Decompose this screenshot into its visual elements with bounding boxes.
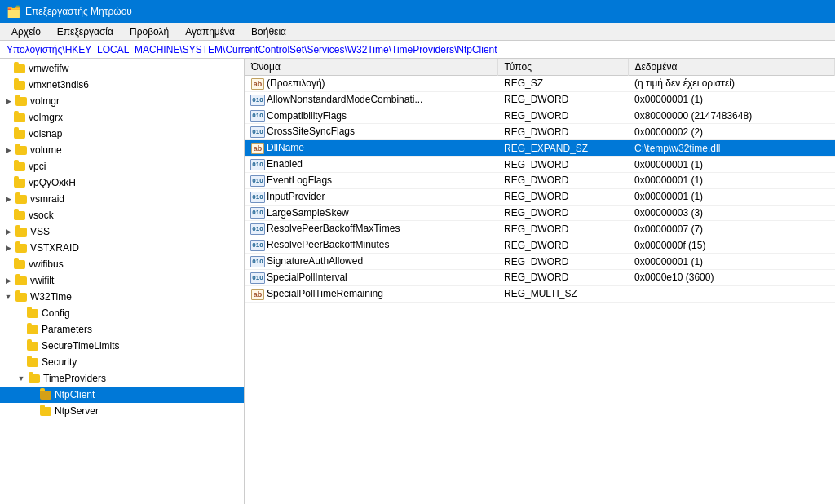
table-row[interactable]: 010EventLogFlagsREG_DWORD0x00000001 (1) bbox=[245, 172, 835, 188]
tree-item-label: vwifilt bbox=[30, 275, 54, 286]
tree-item[interactable]: Parameters bbox=[0, 321, 244, 338]
tree-item-label: vsmraid bbox=[30, 193, 64, 205]
tree-item[interactable]: ▶volmgr bbox=[0, 93, 244, 109]
expand-arrow-icon: ▶ bbox=[3, 145, 13, 155]
table-row[interactable]: abSpecialPollTimeRemainingREG_MULTI_SZ bbox=[245, 285, 835, 302]
tree-item[interactable]: NtpServer bbox=[0, 403, 244, 419]
tree-item[interactable]: SecureTimeLimits bbox=[0, 338, 244, 354]
tree-item[interactable]: ▼TimeProviders bbox=[0, 370, 244, 387]
folder-icon bbox=[15, 291, 28, 303]
table-row[interactable]: 010LargeSampleSkewREG_DWORD0x00000003 (3… bbox=[245, 205, 835, 221]
dword-type-icon: 010 bbox=[251, 159, 264, 170]
tree-item[interactable]: Security bbox=[0, 354, 244, 370]
registry-table: Όνομα Τύπος Δεδομένα ab(Προεπιλογή)REG_S… bbox=[245, 59, 835, 303]
tree-item[interactable]: ▶volume bbox=[0, 142, 244, 158]
menu-edit[interactable]: Επεξεργασία bbox=[52, 24, 118, 39]
tree-item-label: vmwefifw bbox=[29, 63, 68, 74]
tree-item-label: VSS bbox=[30, 226, 50, 237]
tree-item-label: TimeProviders bbox=[43, 373, 106, 384]
table-row[interactable]: 010ResolvePeerBackoffMaxTimesREG_DWORD0x… bbox=[245, 221, 835, 237]
folder-icon bbox=[13, 112, 26, 123]
cell-name: 010ResolvePeerBackoffMaxTimes bbox=[245, 221, 497, 237]
cell-type: REG_DWORD bbox=[497, 221, 628, 237]
cell-data: 0x00000003 (3) bbox=[628, 205, 835, 221]
folder-icon bbox=[13, 161, 26, 172]
dword-type-icon: 010 bbox=[251, 126, 264, 138]
tree-item[interactable]: ▶VSTXRAID bbox=[0, 240, 244, 256]
dword-type-icon: 010 bbox=[251, 95, 264, 106]
table-row[interactable]: 010AllowNonstandardModeCombinati...REG_D… bbox=[245, 91, 835, 108]
table-row[interactable]: 010InputProviderREG_DWORD0x00000001 (1) bbox=[245, 188, 835, 205]
table-row[interactable]: abDllNameREG_EXPAND_SZC:\temp\w32time.dl… bbox=[245, 140, 835, 157]
string-type-icon: ab bbox=[251, 78, 264, 90]
expand-arrow-icon: ▶ bbox=[3, 243, 13, 253]
cell-type: REG_DWORD bbox=[497, 237, 628, 254]
cell-data: 0x80000000 (2147483648) bbox=[628, 108, 835, 124]
tree-item-label: volmgrx bbox=[29, 112, 63, 123]
folder-icon bbox=[15, 242, 28, 254]
col-header-type[interactable]: Τύπος bbox=[497, 59, 628, 76]
folder-icon bbox=[15, 144, 28, 156]
menu-favorites[interactable]: Αγαπημένα bbox=[180, 24, 240, 39]
folder-icon bbox=[13, 63, 26, 74]
folder-icon bbox=[15, 275, 28, 286]
cell-name: 010SignatureAuthAllowed bbox=[245, 254, 497, 270]
table-row[interactable]: 010EnabledREG_DWORD0x00000001 (1) bbox=[245, 157, 835, 173]
cell-name: abSpecialPollTimeRemaining bbox=[245, 285, 497, 302]
folder-icon bbox=[15, 95, 28, 107]
dword-type-icon: 010 bbox=[251, 272, 264, 284]
tree-item[interactable]: volmgrx bbox=[0, 109, 244, 126]
address-bar: Υπολογιστής\HKEY_LOCAL_MACHINE\SYSTEM\Cu… bbox=[0, 41, 835, 59]
cell-type: REG_DWORD bbox=[497, 124, 628, 140]
tree-item-label: vpQyOxkH bbox=[29, 177, 76, 188]
dword-type-icon: 010 bbox=[251, 175, 264, 187]
tree-item-label: volume bbox=[30, 144, 62, 156]
dword-type-icon: 010 bbox=[251, 256, 264, 267]
dword-type-icon: 010 bbox=[251, 110, 264, 122]
tree-item-label: vpci bbox=[29, 161, 46, 172]
tree-panel[interactable]: vmwefifwvmxnet3ndis6▶volmgrvolmgrxvolsna… bbox=[0, 59, 245, 504]
tree-item[interactable]: ▶vsmraid bbox=[0, 191, 244, 207]
col-header-data[interactable]: Δεδομένα bbox=[628, 59, 835, 76]
content-panel[interactable]: Όνομα Τύπος Δεδομένα ab(Προεπιλογή)REG_S… bbox=[245, 59, 835, 504]
tree-item[interactable]: ▶vwifilt bbox=[0, 272, 244, 289]
tree-item[interactable]: volsnap bbox=[0, 126, 244, 142]
cell-data: 0x00000001 (1) bbox=[628, 188, 835, 205]
tree-item[interactable]: vmwefifw bbox=[0, 60, 244, 77]
cell-type: REG_SZ bbox=[497, 76, 628, 92]
folder-icon bbox=[26, 340, 39, 351]
tree-item-label: VSTXRAID bbox=[30, 242, 79, 254]
tree-item[interactable]: vsock bbox=[0, 207, 244, 223]
tree-item[interactable]: vpci bbox=[0, 158, 244, 175]
table-row[interactable]: 010ResolvePeerBackoffMinutesREG_DWORD0x0… bbox=[245, 237, 835, 254]
folder-icon bbox=[13, 177, 26, 188]
tree-item[interactable]: vmxnet3ndis6 bbox=[0, 77, 244, 93]
menu-view[interactable]: Προβολή bbox=[125, 24, 174, 39]
folder-icon bbox=[26, 307, 39, 319]
tree-scroll-container: vmwefifwvmxnet3ndis6▶volmgrvolmgrxvolsna… bbox=[0, 59, 244, 421]
table-row[interactable]: 010SignatureAuthAllowedREG_DWORD0x000000… bbox=[245, 254, 835, 270]
cell-data: 0x00000001 (1) bbox=[628, 172, 835, 188]
main-area: vmwefifwvmxnet3ndis6▶volmgrvolmgrxvolsna… bbox=[0, 59, 835, 504]
menu-file[interactable]: Αρχείο bbox=[7, 24, 46, 39]
tree-item[interactable]: NtpClient bbox=[0, 387, 244, 403]
expand-arrow-icon: ▼ bbox=[3, 292, 13, 302]
table-header-row: Όνομα Τύπος Δεδομένα bbox=[245, 59, 835, 76]
col-header-name[interactable]: Όνομα bbox=[245, 59, 497, 76]
tree-item[interactable]: vwifibus bbox=[0, 256, 244, 272]
tree-item[interactable]: ▶VSS bbox=[0, 223, 244, 240]
tree-item-label: Security bbox=[42, 356, 77, 368]
app-title: Επεξεργαστής Μητρώου bbox=[25, 6, 132, 17]
table-row[interactable]: 010CrossSiteSyncFlagsREG_DWORD0x00000002… bbox=[245, 124, 835, 140]
tree-item[interactable]: Config bbox=[0, 305, 244, 321]
table-row[interactable]: 010CompatibilityFlagsREG_DWORD0x80000000… bbox=[245, 108, 835, 124]
table-row[interactable]: ab(Προεπιλογή)REG_SZ(η τιμή δεν έχει ορι… bbox=[245, 76, 835, 92]
cell-name: 010SpecialPollInterval bbox=[245, 269, 497, 285]
string-type-icon: ab bbox=[251, 289, 264, 300]
tree-item[interactable]: vpQyOxkH bbox=[0, 175, 244, 191]
menu-help[interactable]: Βοήθεια bbox=[246, 24, 291, 39]
table-row[interactable]: 010SpecialPollIntervalREG_DWORD0x0000e10… bbox=[245, 269, 835, 285]
tree-item[interactable]: ▼W32Time bbox=[0, 289, 244, 305]
string-type-icon: ab bbox=[251, 143, 264, 154]
folder-icon bbox=[28, 373, 41, 384]
